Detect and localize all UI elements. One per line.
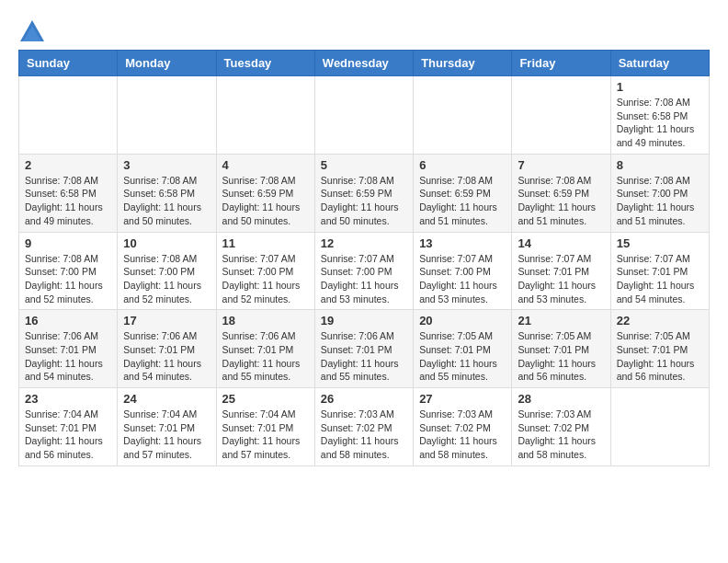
calendar-cell: 18Sunrise: 7:06 AMSunset: 7:01 PMDayligh… — [216, 310, 314, 388]
calendar-cell: 14Sunrise: 7:07 AMSunset: 7:01 PMDayligh… — [512, 232, 610, 310]
day-header-thursday: Thursday — [414, 51, 512, 76]
day-info: Sunrise: 7:03 AMSunset: 7:02 PMDaylight:… — [518, 408, 604, 462]
day-info: Sunrise: 7:04 AMSunset: 7:01 PMDaylight:… — [222, 408, 309, 462]
day-number: 11 — [222, 236, 309, 250]
calendar-cell: 15Sunrise: 7:07 AMSunset: 7:01 PMDayligh… — [610, 232, 709, 310]
day-info: Sunrise: 7:07 AMSunset: 7:00 PMDaylight:… — [222, 252, 309, 306]
day-info: Sunrise: 7:06 AMSunset: 7:01 PMDaylight:… — [222, 329, 309, 384]
day-number: 1 — [617, 80, 703, 94]
day-number: 5 — [321, 158, 407, 172]
calendar-cell: 17Sunrise: 7:06 AMSunset: 7:01 PMDayligh… — [118, 310, 216, 388]
calendar-cell: 7Sunrise: 7:08 AMSunset: 6:59 PMDaylight… — [512, 154, 610, 232]
day-info: Sunrise: 7:04 AMSunset: 7:01 PMDaylight:… — [123, 408, 210, 462]
day-number: 7 — [518, 158, 604, 172]
day-number: 3 — [123, 158, 210, 172]
calendar-header-row: SundayMondayTuesdayWednesdayThursdayFrid… — [19, 51, 710, 76]
day-number: 8 — [617, 158, 703, 172]
day-info: Sunrise: 7:08 AMSunset: 6:58 PMDaylight:… — [123, 174, 210, 228]
calendar-cell: 21Sunrise: 7:05 AMSunset: 7:01 PMDayligh… — [512, 310, 610, 388]
day-info: Sunrise: 7:05 AMSunset: 7:01 PMDaylight:… — [419, 329, 506, 384]
calendar-cell — [414, 76, 512, 155]
logo-icon — [18, 18, 46, 46]
day-header-monday: Monday — [118, 51, 216, 76]
day-number: 14 — [518, 236, 604, 250]
calendar-cell: 28Sunrise: 7:03 AMSunset: 7:02 PMDayligh… — [512, 388, 610, 466]
day-number: 20 — [419, 314, 506, 327]
day-info: Sunrise: 7:06 AMSunset: 7:01 PMDaylight:… — [321, 329, 407, 384]
day-number: 24 — [123, 392, 210, 406]
page-header — [18, 18, 710, 46]
calendar-cell: 25Sunrise: 7:04 AMSunset: 7:01 PMDayligh… — [216, 388, 314, 466]
calendar-cell: 6Sunrise: 7:08 AMSunset: 6:59 PMDaylight… — [414, 154, 512, 232]
calendar-cell: 4Sunrise: 7:08 AMSunset: 6:59 PMDaylight… — [216, 154, 314, 232]
day-info: Sunrise: 7:08 AMSunset: 6:59 PMDaylight:… — [419, 174, 506, 228]
day-number: 23 — [25, 392, 111, 406]
day-number: 19 — [321, 314, 407, 327]
day-number: 28 — [518, 392, 604, 406]
calendar-week-3: 9Sunrise: 7:08 AMSunset: 7:00 PMDaylight… — [19, 232, 710, 310]
calendar-table: SundayMondayTuesdayWednesdayThursdayFrid… — [18, 50, 710, 466]
day-number: 26 — [321, 392, 407, 406]
calendar-cell: 9Sunrise: 7:08 AMSunset: 7:00 PMDaylight… — [19, 232, 118, 310]
day-info: Sunrise: 7:08 AMSunset: 6:58 PMDaylight:… — [617, 96, 703, 150]
calendar-cell: 26Sunrise: 7:03 AMSunset: 7:02 PMDayligh… — [314, 388, 413, 466]
day-number: 25 — [222, 392, 309, 406]
calendar-cell: 2Sunrise: 7:08 AMSunset: 6:58 PMDaylight… — [19, 154, 118, 232]
calendar-cell — [512, 76, 610, 155]
day-header-wednesday: Wednesday — [314, 51, 413, 76]
calendar-cell: 19Sunrise: 7:06 AMSunset: 7:01 PMDayligh… — [314, 310, 413, 388]
day-number: 27 — [419, 392, 506, 406]
day-info: Sunrise: 7:05 AMSunset: 7:01 PMDaylight:… — [518, 329, 604, 384]
calendar-week-1: 1Sunrise: 7:08 AMSunset: 6:58 PMDaylight… — [19, 76, 710, 155]
day-info: Sunrise: 7:08 AMSunset: 7:00 PMDaylight:… — [25, 252, 111, 306]
calendar-cell: 20Sunrise: 7:05 AMSunset: 7:01 PMDayligh… — [414, 310, 512, 388]
day-info: Sunrise: 7:06 AMSunset: 7:01 PMDaylight:… — [25, 329, 111, 384]
calendar-cell: 23Sunrise: 7:04 AMSunset: 7:01 PMDayligh… — [19, 388, 118, 466]
day-info: Sunrise: 7:08 AMSunset: 6:59 PMDaylight:… — [321, 174, 407, 228]
calendar-cell: 13Sunrise: 7:07 AMSunset: 7:00 PMDayligh… — [414, 232, 512, 310]
day-info: Sunrise: 7:06 AMSunset: 7:01 PMDaylight:… — [123, 329, 210, 384]
calendar-cell: 8Sunrise: 7:08 AMSunset: 7:00 PMDaylight… — [610, 154, 709, 232]
calendar-cell: 27Sunrise: 7:03 AMSunset: 7:02 PMDayligh… — [414, 388, 512, 466]
day-header-tuesday: Tuesday — [216, 51, 314, 76]
day-info: Sunrise: 7:07 AMSunset: 7:00 PMDaylight:… — [321, 252, 407, 306]
day-info: Sunrise: 7:03 AMSunset: 7:02 PMDaylight:… — [419, 408, 506, 462]
day-number: 4 — [222, 158, 309, 172]
day-info: Sunrise: 7:08 AMSunset: 6:59 PMDaylight:… — [222, 174, 309, 228]
calendar-week-5: 23Sunrise: 7:04 AMSunset: 7:01 PMDayligh… — [19, 388, 710, 466]
day-number: 16 — [25, 314, 111, 327]
day-number: 18 — [222, 314, 309, 327]
calendar-week-2: 2Sunrise: 7:08 AMSunset: 6:58 PMDaylight… — [19, 154, 710, 232]
day-info: Sunrise: 7:08 AMSunset: 6:58 PMDaylight:… — [25, 174, 111, 228]
day-info: Sunrise: 7:07 AMSunset: 7:01 PMDaylight:… — [518, 252, 604, 306]
calendar-cell: 16Sunrise: 7:06 AMSunset: 7:01 PMDayligh… — [19, 310, 118, 388]
calendar-cell: 3Sunrise: 7:08 AMSunset: 6:58 PMDaylight… — [118, 154, 216, 232]
calendar-cell: 22Sunrise: 7:05 AMSunset: 7:01 PMDayligh… — [610, 310, 709, 388]
day-info: Sunrise: 7:08 AMSunset: 7:00 PMDaylight:… — [123, 252, 210, 306]
calendar-cell — [118, 76, 216, 155]
day-header-saturday: Saturday — [610, 51, 709, 76]
day-number: 21 — [518, 314, 604, 327]
logo — [18, 18, 50, 46]
day-number: 6 — [419, 158, 506, 172]
day-number: 12 — [321, 236, 407, 250]
day-info: Sunrise: 7:07 AMSunset: 7:00 PMDaylight:… — [419, 252, 506, 306]
day-info: Sunrise: 7:03 AMSunset: 7:02 PMDaylight:… — [321, 408, 407, 462]
calendar-cell — [314, 76, 413, 155]
calendar-cell: 5Sunrise: 7:08 AMSunset: 6:59 PMDaylight… — [314, 154, 413, 232]
day-number: 17 — [123, 314, 210, 327]
calendar-cell: 12Sunrise: 7:07 AMSunset: 7:00 PMDayligh… — [314, 232, 413, 310]
day-number: 22 — [617, 314, 703, 327]
day-header-friday: Friday — [512, 51, 610, 76]
day-info: Sunrise: 7:05 AMSunset: 7:01 PMDaylight:… — [617, 329, 703, 384]
day-number: 13 — [419, 236, 506, 250]
calendar-cell: 11Sunrise: 7:07 AMSunset: 7:00 PMDayligh… — [216, 232, 314, 310]
calendar-week-4: 16Sunrise: 7:06 AMSunset: 7:01 PMDayligh… — [19, 310, 710, 388]
calendar-cell — [610, 388, 709, 466]
calendar-cell — [216, 76, 314, 155]
day-info: Sunrise: 7:04 AMSunset: 7:01 PMDaylight:… — [25, 408, 111, 462]
calendar-cell: 1Sunrise: 7:08 AMSunset: 6:58 PMDaylight… — [610, 76, 709, 155]
day-header-sunday: Sunday — [19, 51, 118, 76]
day-info: Sunrise: 7:07 AMSunset: 7:01 PMDaylight:… — [617, 252, 703, 306]
day-number: 2 — [25, 158, 111, 172]
